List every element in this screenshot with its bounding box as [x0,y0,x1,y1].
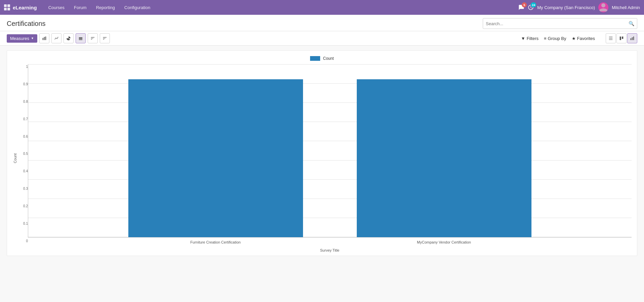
chat-badge: 5 [522,2,527,7]
grid-icon [4,4,10,10]
svg-rect-12 [632,37,633,40]
page-header: Certifications 🔍 [0,15,644,31]
svg-rect-3 [79,39,83,39]
view-buttons [606,33,637,43]
svg-rect-10 [622,37,623,39]
x-label-2: MyCompany Vendor Certification [357,240,531,247]
clock-badge: 24 [531,2,536,7]
svg-rect-13 [633,37,634,40]
stacked-chart-button[interactable] [76,33,86,43]
svg-rect-5 [79,40,83,40]
bar-2[interactable] [357,79,531,237]
main-content: Count Count 1 0.9 0.8 0.7 0.6 0.5 0.4 0.… [0,46,644,302]
favorites-icon: ★ [572,36,576,41]
y-tick-09: 0.9 [23,82,28,86]
x-axis-title: Survey Title [28,247,632,252]
nav-courses[interactable]: Courses [44,0,69,15]
search-box[interactable]: 🔍 [483,18,637,29]
pie-chart-button[interactable] [63,33,74,43]
avatar[interactable] [598,2,608,12]
app-logo[interactable]: eLearning [4,4,37,10]
nav-reporting[interactable]: Reporting [91,0,120,15]
filters-label: Filters [527,36,539,41]
groupby-icon: ≡ [544,36,547,41]
bars-container [28,64,632,237]
bar-chart-button[interactable] [39,33,49,43]
search-input[interactable] [486,21,629,26]
y-tick-00: 0 [26,239,28,243]
toolbar: Measures ▼ ▼ Filters ≡ Group By ★ Favori… [0,31,644,46]
measures-label: Measures [10,36,29,41]
favorites-label: Favorites [577,36,595,41]
x-labels: Furniture Creation Certification MyCompa… [28,238,632,247]
x-label-1: Furniture Creation Certification [128,240,303,247]
legend-label: Count [323,56,334,61]
y-tick-07: 0.7 [23,117,28,121]
svg-rect-11 [631,38,631,40]
bar-group-1 [128,79,303,237]
favorites-button[interactable]: ★ Favorites [572,36,595,41]
nav-forum[interactable]: Forum [69,0,91,15]
svg-rect-2 [45,37,46,40]
measures-button[interactable]: Measures ▼ [7,34,37,43]
y-tick-05: 0.5 [23,152,28,156]
svg-rect-8 [609,40,613,40]
search-icon[interactable]: 🔍 [629,21,634,26]
groupby-label: Group By [548,36,566,41]
y-ticks: 1 0.9 0.8 0.7 0.6 0.5 0.4 0.3 0.2 0.1 0 [18,64,28,252]
company-name[interactable]: My Company (San Francisco) [537,5,595,10]
topnav-right: 5 24 My Company (San Francisco) Mitchell… [518,2,640,12]
svg-rect-6 [609,37,613,37]
app-name: eLearning [13,5,37,10]
line-chart-button[interactable] [51,33,61,43]
user-name[interactable]: Mitchell Admin [612,5,640,10]
y-tick-06: 0.6 [23,135,28,138]
bar-1[interactable] [128,79,303,237]
y-tick-04: 0.4 [23,169,28,173]
plot-area: Furniture Creation Certification MyCompa… [28,64,632,252]
y-tick-03: 0.3 [23,187,28,190]
clock-icon-button[interactable]: 24 [528,4,534,10]
sort-desc-button[interactable] [100,33,110,43]
svg-rect-1 [44,37,45,40]
chart-container: Count 1 0.9 0.8 0.7 0.6 0.5 0.4 0.3 0.2 … [12,64,632,252]
legend-color-box [310,56,320,61]
sort-asc-button[interactable] [88,33,98,43]
svg-rect-7 [609,38,613,38]
chat-icon-button[interactable]: 5 [518,4,524,10]
y-axis-title: Count [13,153,17,163]
graph-view-button[interactable] [627,33,637,43]
chart-wrapper: Count Count 1 0.9 0.8 0.7 0.6 0.5 0.4 0.… [7,50,637,256]
toolbar-right: ▼ Filters ≡ Group By ★ Favorites [521,33,637,43]
bar-group-2 [357,79,531,237]
svg-rect-4 [79,37,83,38]
y-tick-01: 0.1 [23,222,28,225]
filters-button[interactable]: ▼ Filters [521,36,539,41]
y-axis-area: Count 1 0.9 0.8 0.7 0.6 0.5 0.4 0.3 0.2 … [12,64,28,252]
page-title: Certifications [7,20,46,28]
y-tick-02: 0.2 [23,204,28,208]
measures-dropdown-arrow: ▼ [31,37,34,40]
top-navbar: eLearning Courses Forum Reporting Config… [0,0,644,15]
chart-legend: Count [12,56,632,61]
svg-rect-0 [43,38,43,40]
chart-grid [28,64,632,238]
groupby-button[interactable]: ≡ Group By [544,36,566,41]
kanban-view-button[interactable] [616,33,627,43]
y-tick-08: 0.8 [23,100,28,103]
svg-rect-9 [620,37,621,40]
filter-icon: ▼ [521,36,525,41]
nav-links: Courses Forum Reporting Configuration [44,0,155,15]
nav-configuration[interactable]: Configuration [120,0,155,15]
list-view-button[interactable] [606,33,616,43]
